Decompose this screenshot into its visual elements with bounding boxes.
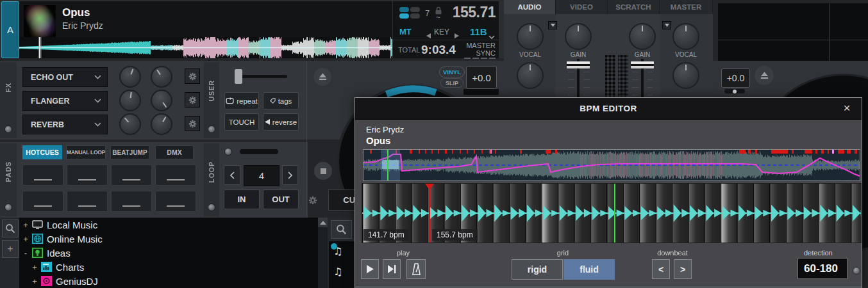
tree-item-local-music[interactable]: + Local Music [19,218,318,232]
pads-tab-manual-loop[interactable]: MANUAL LOOP [66,145,106,159]
metronome-button[interactable] [406,259,426,279]
pads-tab-hotcues[interactable]: HOTCUES [22,145,62,159]
user-radio[interactable] [208,125,215,133]
play-button[interactable] [361,259,379,279]
tree-item-charts[interactable]: + Charts [19,260,318,274]
fx-slot-2-knob-1[interactable] [119,90,141,111]
pad-2[interactable] [67,164,108,186]
mixer-tab-master[interactable]: MASTER [660,0,713,14]
loop-bigger-button[interactable] [282,165,298,185]
grid-mode-fluid[interactable]: fluid [563,259,615,280]
reverse-button[interactable]: reverse [263,113,299,131]
fx-slot-3-knob-1[interactable] [119,113,141,135]
fx-radio[interactable] [4,125,12,133]
touch-button[interactable]: TOUCH [224,113,259,131]
vinyl-button[interactable]: VINYL [439,67,465,77]
loop-radio[interactable] [208,204,215,211]
deck-a-eject-button[interactable] [313,68,331,86]
deck-a-waveform[interactable] [19,37,392,58]
fx-slot-1-settings-button[interactable] [185,68,200,84]
mixer-tab-audio[interactable]: AUDIO [504,0,556,14]
vocal-left-knob[interactable] [517,23,544,50]
browser-search-button[interactable] [2,220,19,237]
pads-tab-dmx[interactable]: DMX [155,145,194,159]
pad-7[interactable] [111,191,152,212]
tree-scrollbar[interactable] [318,218,328,288]
fx-slot-3-settings-button[interactable] [185,116,200,131]
fx-slot-1-knob-1[interactable] [119,66,141,88]
gain-knob-1[interactable] [565,23,592,50]
downbeat-prev-button[interactable]: < [652,259,670,279]
pads-tab-beatjump[interactable]: BEATJUMP [110,145,149,159]
deck-a-tab[interactable]: A [1,1,19,58]
mixer-tab-scratch[interactable]: SCRATCH [608,0,660,14]
fx-slot-2-select[interactable]: FLANGER [22,91,108,111]
loop-out-button[interactable]: OUT [263,189,299,209]
fx-strip[interactable]: FX [0,62,17,138]
pad-1[interactable] [22,164,63,186]
expander[interactable]: + [31,262,38,272]
mt-button[interactable]: MT [399,27,412,36]
loop-size-display[interactable]: 4 [244,165,280,186]
deck-b-pitch-slider[interactable] [724,89,745,93]
deck-b-eject-button[interactable] [755,66,774,85]
tree-item-ideas[interactable]: - Ideas [19,246,318,260]
loop-strip[interactable]: LOOP [204,143,219,216]
right-knob-2[interactable] [672,62,699,89]
loop-in-button[interactable]: IN [224,189,260,209]
deck-settings-gear[interactable] [308,196,317,207]
vocal-right-knob[interactable] [672,23,699,50]
channel-fader-1-handle[interactable] [567,61,590,68]
tree-item-online-music[interactable]: + Online Music [19,232,318,246]
deck-b-pitch-display[interactable]: +0.0 [721,68,750,88]
user-strip[interactable]: USER [204,62,219,138]
key-value[interactable]: 11B [470,26,487,37]
loop-mini-radio[interactable] [224,148,232,156]
grid-mode-rigid[interactable]: rigid [512,259,563,280]
channel-fader-2-handle[interactable] [631,61,654,68]
plus-icon: + [7,243,13,255]
fx-slot-1-select[interactable]: ECHO OUT [22,67,108,87]
loop-length-slider[interactable] [240,149,278,154]
left-knob-2[interactable] [517,62,544,89]
vocal-left-dropdown-button[interactable] [548,21,557,29]
gain-knob-2[interactable] [629,23,656,50]
expander[interactable]: + [22,220,29,230]
fx-slot-1-knob-2[interactable] [151,66,172,88]
pad-5[interactable] [22,191,63,212]
mixer-tab-video[interactable]: VIDEO [556,0,608,14]
fx-volume-slider-handle[interactable] [235,69,242,84]
bpm-value[interactable]: 155.71 [453,4,496,21]
fx-slot-3-select[interactable]: REVERB [22,115,108,134]
downbeat-next-button[interactable]: > [674,259,692,279]
browser-add-button[interactable]: + [2,240,19,258]
scroll-up-button[interactable] [318,218,328,227]
bpm-overview-waveform[interactable] [363,149,860,181]
dialog-close-button[interactable]: × [840,101,854,115]
expander[interactable]: + [31,276,38,286]
fx-slot-3-knob-2[interactable] [151,113,172,135]
expander[interactable]: + [22,234,29,244]
pad-3[interactable] [111,164,152,186]
tags-button[interactable]: tags [263,92,299,109]
sync-label[interactable]: SYNC [476,49,496,57]
pads-radio[interactable] [4,204,12,211]
fx-slot-2-settings-button[interactable] [185,92,200,108]
detection-range-input[interactable] [797,258,847,279]
pads-strip[interactable]: PADS [0,143,17,216]
expander[interactable]: - [22,248,29,258]
loop-smaller-button[interactable] [224,165,240,185]
fx-volume-slider[interactable] [235,75,287,78]
fx-slot-2-knob-2[interactable] [151,90,172,111]
tree-item-geniusdj[interactable]: + GeniusDJ [19,274,318,288]
repeat-button[interactable]: repeat [224,92,259,109]
vocal-right-dropdown-button[interactable] [662,21,671,29]
pad-8[interactable] [155,191,196,212]
dialog-titlebar[interactable]: BPM EDITOR × [355,98,862,120]
stop-button[interactable] [314,162,332,180]
pad-6[interactable] [67,191,108,212]
detection-range-dot[interactable] [853,267,860,275]
tracklist-search-button[interactable] [331,220,352,239]
pad-4[interactable] [155,164,196,186]
play-next-button[interactable] [383,259,401,279]
